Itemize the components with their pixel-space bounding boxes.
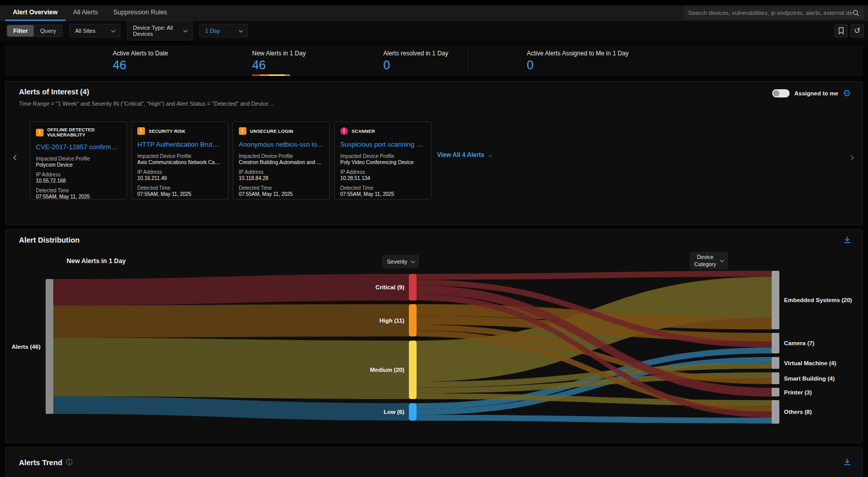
device-category-dimension-dropdown[interactable]: Device Category xyxy=(690,252,728,270)
impacted-profile-field: Impacted Device Profile Axis Communicati… xyxy=(137,153,222,165)
chevron-down-icon xyxy=(719,258,724,262)
field-value: 10.118.84.28 xyxy=(239,175,324,181)
detected-time-field: Detected Time 07:55AM, May 11, 2025 xyxy=(137,185,222,197)
svg-text:Alerts (46): Alerts (46) xyxy=(12,344,40,350)
alert-card-list: ! OFFLINE DETECTED VULNERABILITY CVE-201… xyxy=(30,122,431,200)
alert-type-tag: SECURITY RISK xyxy=(149,129,185,134)
query-button[interactable]: Query xyxy=(34,25,62,36)
alerts-trend-panel: Alerts Trend ⓘ xyxy=(5,447,863,477)
field-value: 07:55AM, May 11, 2025 xyxy=(137,191,222,197)
sites-dropdown[interactable]: All Sites xyxy=(69,24,120,37)
field-label: IP Address xyxy=(239,169,324,175)
field-label: Detected Time xyxy=(239,185,324,191)
time-range-dropdown[interactable]: 1 Day xyxy=(199,24,248,37)
download-icon xyxy=(843,236,851,244)
tab-all-alerts[interactable]: All Alerts xyxy=(66,5,106,21)
field-label: Detected Time xyxy=(36,188,121,193)
svg-text:Embedded Systems (20): Embedded Systems (20) xyxy=(784,297,852,303)
stat-resolved-alerts: Alerts resolved in 1 Day 0 xyxy=(383,50,448,72)
severity-dimension-dropdown[interactable]: Severity xyxy=(382,255,419,268)
alert-distribution-sankey-chart: Alerts (46)Critical (9)High (11)Medium (… xyxy=(6,230,862,443)
impacted-profile-field: Impacted Device Profile Poly Video Confe… xyxy=(340,153,425,165)
alert-card[interactable]: ! SCANNER Suspicious port scanning activ… xyxy=(334,122,431,200)
category-dropdown-label: Device Category xyxy=(694,254,716,268)
search-icon[interactable] xyxy=(853,10,859,16)
carousel-left-chevron-icon[interactable]: ‹ xyxy=(13,150,17,164)
alert-tag-row: ! SECURITY RISK xyxy=(137,127,222,135)
severity-distribution-underline xyxy=(252,74,290,76)
bookmark-button[interactable] xyxy=(834,24,848,37)
download-icon xyxy=(843,458,851,466)
warning-icon: ! xyxy=(36,129,44,136)
svg-text:Others (8): Others (8) xyxy=(784,409,812,415)
filter-button[interactable]: Filter xyxy=(7,25,34,36)
chevron-down-icon xyxy=(183,28,188,32)
stat-new-alerts: New Alerts in 1 Day 46 xyxy=(252,50,306,72)
tab-suppression-rules[interactable]: Suppression Rules xyxy=(106,5,175,21)
warning-icon: ! xyxy=(137,127,145,135)
assigned-to-me-label: Assigned to me xyxy=(794,90,838,96)
time-range-dropdown-label: 1 Day xyxy=(205,28,220,34)
bookmark-icon xyxy=(838,27,844,34)
search-input[interactable] xyxy=(688,10,853,16)
alert-title-link[interactable]: CVE-2017-12857 confirmed on... xyxy=(36,143,121,151)
ip-address-field: IP Address 10.28.51.134 xyxy=(340,169,425,181)
alert-tag-row: ! UNSECURE LOGIN xyxy=(239,127,324,135)
severity-dropdown-label: Severity xyxy=(387,259,407,265)
main-tab-bar: Alert Overview All Alerts Suppression Ru… xyxy=(0,5,868,21)
svg-text:Low (6): Low (6) xyxy=(384,409,404,415)
top-black-strip xyxy=(0,0,868,5)
sites-dropdown-label: All Sites xyxy=(75,28,95,34)
stat-label: New Alerts in 1 Day xyxy=(252,50,306,57)
alert-title-link[interactable]: Suspicious port scanning activity xyxy=(340,141,425,148)
filter-query-segmented-control: Filter Query xyxy=(7,25,63,37)
alert-distribution-title: Alert Distribution xyxy=(19,236,79,244)
reset-icon: ↺ xyxy=(854,26,861,35)
alert-title-link[interactable]: Anonymous netbios-ssn login a... xyxy=(239,141,324,148)
warning-icon: ! xyxy=(239,127,246,135)
alert-card[interactable]: ! SECURITY RISK HTTP Authentication Brut… xyxy=(131,122,229,200)
svg-text:Camera (7): Camera (7) xyxy=(784,340,815,346)
stat-label: Active Alerts to Date xyxy=(113,50,168,57)
detected-time-field: Detected Time 07:55AM, May 11, 2025 xyxy=(36,188,121,200)
svg-text:Critical (9): Critical (9) xyxy=(376,284,404,290)
alerts-of-interest-controls: Assigned to me ⚙ xyxy=(772,89,851,98)
info-icon[interactable]: ⓘ xyxy=(66,458,73,467)
gear-icon[interactable]: ⚙ xyxy=(843,89,851,98)
stat-value[interactable]: 46 xyxy=(252,58,306,72)
alerts-of-interest-filter-summary: Time Range = "1 Week" and Severity IN ("… xyxy=(19,101,275,107)
field-label: IP Address xyxy=(340,169,425,175)
sankey-source-title: New Alerts in 1 Day xyxy=(67,257,126,265)
global-search-box[interactable] xyxy=(684,7,864,19)
ip-address-field: IP Address 10.16.211.49 xyxy=(137,169,222,181)
field-label: Detected Time xyxy=(340,185,425,191)
download-button[interactable] xyxy=(843,236,851,246)
device-type-dropdown[interactable]: Device Type: All Devices xyxy=(127,21,193,41)
tab-alert-overview[interactable]: Alert Overview xyxy=(5,5,66,21)
arrow-right-icon: → xyxy=(487,151,493,158)
category-line2: Category xyxy=(694,261,716,267)
filter-bar: Filter Query All Sites Device Type: All … xyxy=(0,21,868,41)
impacted-profile-field: Impacted Device Profile Polycom Device xyxy=(36,156,121,168)
stat-assigned-alerts: Active Alerts Assigned to Me in 1 Day 0 xyxy=(527,50,629,72)
field-value: 07:55AM, May 11, 2025 xyxy=(36,194,121,200)
alert-card[interactable]: ! UNSECURE LOGIN Anonymous netbios-ssn l… xyxy=(233,122,330,200)
alert-tag-row: ! OFFLINE DETECTED VULNERABILITY xyxy=(36,127,121,137)
detected-time-field: Detected Time 07:55AM, May 11, 2025 xyxy=(340,185,425,197)
carousel-right-chevron-icon[interactable]: › xyxy=(850,150,854,164)
stat-value[interactable]: 0 xyxy=(383,58,448,72)
field-label: IP Address xyxy=(137,169,222,175)
view-all-alerts-link[interactable]: View All 4 Alerts → xyxy=(437,151,493,158)
reset-button[interactable]: ↺ xyxy=(851,24,864,37)
alert-distribution-panel: Alert Distribution New Alerts in 1 Day S… xyxy=(5,229,863,443)
assigned-to-me-toggle[interactable] xyxy=(772,89,790,97)
stat-value[interactable]: 46 xyxy=(113,58,168,72)
stat-value[interactable]: 0 xyxy=(527,58,629,72)
category-line1: Device xyxy=(697,254,713,260)
download-button[interactable] xyxy=(843,458,851,468)
alert-card[interactable]: ! OFFLINE DETECTED VULNERABILITY CVE-201… xyxy=(30,122,127,200)
alert-type-tag: UNSECURE LOGIN xyxy=(250,129,293,134)
alert-title-link[interactable]: HTTP Authentication Brute For... xyxy=(137,141,222,148)
alerts-of-interest-panel: Alerts of Interest (4) Time Range = "1 W… xyxy=(5,81,863,225)
iot-security-alerts-dashboard: Alert Overview All Alerts Suppression Ru… xyxy=(0,0,868,477)
